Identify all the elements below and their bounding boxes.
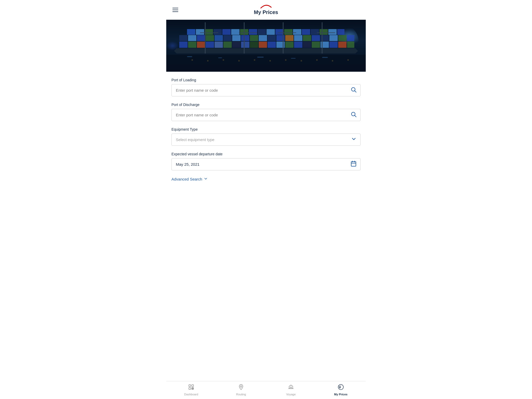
advanced-search-chevron-icon — [204, 177, 208, 182]
hero-image — [166, 20, 366, 72]
svg-rect-84 — [257, 57, 264, 58]
svg-rect-95 — [189, 385, 191, 387]
svg-rect-53 — [267, 29, 275, 35]
hamburger-menu[interactable] — [171, 7, 179, 13]
equipment-type-placeholder: Select equipment type — [172, 134, 347, 145]
svg-rect-57 — [302, 29, 310, 35]
svg-line-90 — [355, 116, 356, 117]
equipment-type-group: Equipment Type Select equipment type — [171, 127, 361, 146]
nav-item-my-prices[interactable]: ¥ My Prices — [316, 381, 366, 399]
port-of-discharge-group: Port of Discharge — [171, 103, 361, 121]
svg-rect-27 — [206, 35, 214, 41]
nav-item-voyage[interactable]: Voyage — [266, 381, 316, 399]
svg-rect-54 — [275, 29, 284, 35]
port-of-loading-input-wrapper — [171, 84, 361, 96]
svg-rect-51 — [249, 29, 257, 35]
svg-rect-17 — [294, 42, 302, 48]
svg-rect-86 — [322, 57, 328, 58]
svg-rect-14 — [268, 42, 276, 48]
svg-rect-58 — [311, 29, 319, 35]
header-title-wrap: My Prices — [254, 4, 278, 15]
svg-rect-37 — [294, 35, 302, 41]
port-of-discharge-input-wrapper — [171, 109, 361, 121]
svg-rect-25 — [188, 35, 196, 41]
svg-rect-38 — [303, 35, 311, 41]
svg-rect-55 — [284, 29, 292, 35]
advanced-search-toggle[interactable]: Advanced Search — [171, 177, 361, 182]
nav-item-routing[interactable]: Routing — [216, 381, 266, 399]
port-of-loading-input[interactable] — [172, 84, 347, 96]
calendar-icon[interactable] — [347, 161, 360, 168]
svg-rect-46 — [205, 29, 213, 35]
svg-rect-52 — [258, 29, 266, 35]
search-form: Port of Loading Port of Discharge — [166, 72, 366, 208]
my-prices-icon: ¥ — [338, 384, 344, 392]
svg-rect-56 — [293, 29, 301, 35]
svg-rect-30 — [232, 35, 241, 41]
svg-rect-82 — [187, 56, 192, 57]
voyage-icon — [288, 384, 294, 392]
departure-date-group: Expected vessel departure date May 25, 2… — [171, 152, 361, 170]
svg-rect-10 — [232, 42, 241, 48]
svg-rect-33 — [259, 35, 267, 41]
svg-rect-45 — [196, 29, 204, 35]
svg-rect-34 — [268, 35, 276, 41]
svg-point-103 — [240, 386, 242, 387]
app-header: My Prices — [166, 0, 366, 20]
svg-rect-11 — [241, 42, 249, 48]
departure-date-value: May 25, 2021 — [172, 158, 347, 170]
port-of-discharge-search-icon[interactable] — [347, 111, 360, 119]
svg-rect-44 — [187, 29, 195, 35]
port-of-discharge-input[interactable] — [172, 109, 347, 121]
svg-rect-19 — [312, 42, 320, 48]
svg-rect-28 — [215, 35, 223, 41]
svg-rect-4 — [179, 42, 188, 48]
svg-rect-24 — [179, 35, 188, 41]
dashboard-icon — [188, 384, 194, 392]
svg-rect-26 — [197, 35, 205, 41]
svg-line-88 — [355, 91, 356, 92]
port-of-loading-group: Port of Loading — [171, 78, 361, 96]
svg-rect-12 — [250, 42, 258, 48]
advanced-search-label: Advanced Search — [171, 177, 202, 181]
svg-rect-5 — [188, 42, 196, 48]
port-of-loading-search-icon[interactable] — [347, 87, 360, 94]
svg-rect-6 — [197, 42, 205, 48]
dashboard-nav-label: Dashboard — [184, 393, 198, 396]
equipment-type-label: Equipment Type — [171, 127, 361, 131]
svg-rect-36 — [285, 35, 294, 41]
svg-rect-22 — [338, 42, 347, 48]
svg-rect-60 — [328, 29, 337, 35]
svg-rect-7 — [206, 42, 214, 48]
svg-rect-9 — [223, 42, 232, 48]
my-prices-nav-label: My Prices — [334, 393, 347, 396]
svg-rect-85 — [291, 58, 296, 59]
svg-rect-16 — [285, 42, 294, 48]
svg-rect-48 — [222, 29, 231, 35]
svg-rect-81 — [166, 55, 366, 72]
svg-rect-41 — [329, 35, 338, 41]
routing-nav-label: Routing — [236, 393, 246, 396]
port-of-loading-label: Port of Loading — [171, 78, 361, 82]
bottom-navigation: Dashboard Routing Voyage ¥ — [166, 381, 366, 399]
svg-rect-23 — [347, 42, 354, 48]
svg-rect-18 — [303, 42, 311, 48]
equipment-type-select[interactable]: Select equipment type — [171, 134, 361, 146]
svg-rect-39 — [312, 35, 320, 41]
ship-illustration — [166, 20, 366, 72]
departure-date-input-wrapper: May 25, 2021 — [171, 158, 361, 170]
svg-rect-21 — [329, 42, 338, 48]
equipment-type-chevron-icon — [347, 136, 360, 143]
nav-item-dashboard[interactable]: Dashboard — [166, 381, 216, 399]
svg-rect-97 — [189, 388, 191, 389]
svg-rect-32 — [250, 35, 258, 41]
svg-rect-47 — [214, 29, 222, 35]
departure-date-label: Expected vessel departure date — [171, 152, 361, 156]
svg-rect-59 — [320, 29, 328, 35]
svg-rect-13 — [259, 42, 267, 48]
svg-rect-29 — [223, 35, 232, 41]
svg-rect-42 — [338, 35, 347, 41]
svg-rect-61 — [337, 29, 344, 35]
port-of-discharge-label: Port of Discharge — [171, 103, 361, 107]
svg-rect-43 — [347, 35, 354, 41]
